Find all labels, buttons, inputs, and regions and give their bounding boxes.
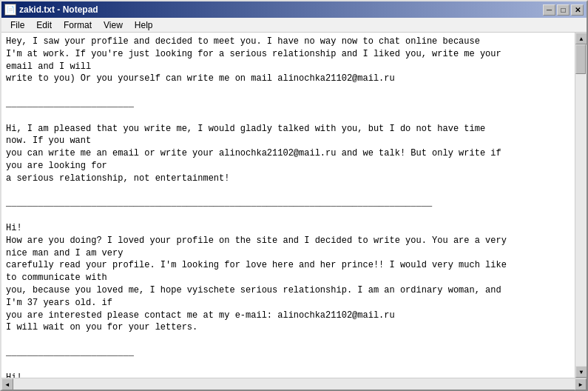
scroll-right-button[interactable]: ► [575,378,587,390]
text-editor[interactable] [1,33,575,378]
window-title: zakid.txt - Notepad [19,4,98,15]
scroll-track[interactable] [575,44,587,366]
title-buttons: ─ □ ✕ [543,4,584,16]
menu-help[interactable]: Help [129,19,159,32]
close-button[interactable]: ✕ [571,4,584,16]
editor-container: ▲ ▼ [1,33,587,378]
menu-edit[interactable]: Edit [30,19,58,32]
notepad-window: 📄 zakid.txt - Notepad ─ □ ✕ File Edit Fo… [0,0,588,391]
menu-bar: File Edit Format View Help [1,18,587,33]
vertical-scrollbar[interactable]: ▲ ▼ [575,33,587,378]
h-scroll-track[interactable] [13,378,575,390]
scroll-thumb[interactable] [575,44,586,74]
title-bar: 📄 zakid.txt - Notepad ─ □ ✕ [1,1,587,18]
app-icon: 📄 [4,4,16,16]
scroll-up-button[interactable]: ▲ [575,33,587,44]
scroll-left-button[interactable]: ◄ [1,378,13,390]
menu-format[interactable]: Format [58,19,98,32]
menu-view[interactable]: View [98,19,129,32]
minimize-button[interactable]: ─ [543,4,555,16]
maximize-button[interactable]: □ [557,4,570,16]
horizontal-scrollbar[interactable]: ◄ ► [1,378,587,390]
menu-file[interactable]: File [4,19,30,32]
title-bar-text: 📄 zakid.txt - Notepad [4,4,98,16]
scroll-down-button[interactable]: ▼ [575,366,587,378]
